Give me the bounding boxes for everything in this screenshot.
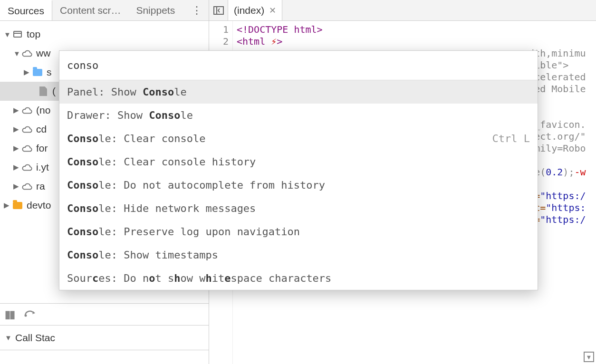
debugger-toolbar: ▮▮ <box>0 303 209 325</box>
chevron-right-icon: ▶ <box>4 201 10 210</box>
tree-label: devto <box>27 200 51 211</box>
command-palette-item[interactable]: Panel: Show Console <box>59 80 538 104</box>
chevron-right-icon: ▶ <box>13 163 20 172</box>
chevron-right-icon: ▶ <box>13 106 20 115</box>
sidebar-bottom <box>0 350 209 364</box>
chevron-down-icon: ▼ <box>13 49 20 57</box>
tab-content-scripts[interactable]: Content scr… <box>52 0 128 20</box>
pause-icon[interactable]: ▮▮ <box>5 308 14 321</box>
svg-point-0 <box>25 314 27 316</box>
keyboard-shortcut: Ctrl L <box>492 133 530 144</box>
file-tab-label: (index) <box>234 5 264 16</box>
command-palette-item[interactable]: Console: Clear console history <box>59 150 538 173</box>
step-over-icon[interactable] <box>24 308 36 321</box>
command-palette-item[interactable]: Console: Do not autocomplete from histor… <box>59 173 538 197</box>
call-stack-pane[interactable]: ▼ Call Stac <box>0 325 209 350</box>
chevron-right-icon: ▶ <box>13 182 20 191</box>
frame-icon <box>12 29 23 39</box>
file-icon <box>38 86 48 96</box>
tree-top-frame[interactable]: ▼ top <box>0 25 209 44</box>
line-number: 2 <box>209 36 229 48</box>
tree-label: (no <box>36 105 50 116</box>
tree-label: for <box>36 143 48 154</box>
command-palette: Panel: Show ConsoleDrawer: Show ConsoleC… <box>59 50 538 290</box>
cloud-icon <box>22 48 32 58</box>
folder-icon <box>32 67 43 77</box>
sidebar-tabbar: Sources Content scr… Snippets ⋮ <box>0 0 209 21</box>
file-tabbar: (index) ✕ <box>209 0 596 21</box>
tree-label: ra <box>36 181 45 192</box>
cloud-icon <box>22 124 32 134</box>
close-icon[interactable]: ✕ <box>269 5 276 16</box>
tree-label: ww <box>36 48 50 59</box>
command-palette-item[interactable]: Sources: Do not show whitespace characte… <box>59 267 538 290</box>
tree-label: s <box>47 67 52 78</box>
command-palette-item[interactable]: Console: Clear consoleCtrl L <box>59 127 538 150</box>
chevron-down-icon: ▼ <box>4 30 10 38</box>
cloud-icon <box>22 143 32 153</box>
chevron-right-icon: ▶ <box>13 125 20 134</box>
chevron-down-icon: ▼ <box>5 334 11 342</box>
command-palette-item[interactable]: Drawer: Show Console <box>59 104 538 127</box>
cloud-icon <box>22 162 32 172</box>
command-palette-item[interactable]: Console: Preserve log upon navigation <box>59 220 538 243</box>
tree-label: cd <box>36 124 47 135</box>
tree-label: ( <box>52 86 56 97</box>
tab-overflow-icon[interactable]: ⋮ <box>185 4 209 17</box>
folder-icon <box>12 200 23 211</box>
cloud-icon <box>22 105 32 115</box>
tree-label: i.yt <box>36 162 49 173</box>
cloud-icon <box>22 181 32 192</box>
tree-label: top <box>27 29 40 40</box>
command-palette-list: Panel: Show ConsoleDrawer: Show ConsoleC… <box>59 80 538 290</box>
tab-sources[interactable]: Sources <box>0 0 52 20</box>
navigator-toggle-icon[interactable] <box>209 0 228 20</box>
scroll-indicator-icon[interactable]: ▼ <box>584 352 594 362</box>
tab-snippets[interactable]: Snippets <box>128 0 183 20</box>
command-palette-item[interactable]: Console: Hide network messages <box>59 197 538 220</box>
chevron-right-icon: ▶ <box>13 144 20 153</box>
chevron-right-icon: ▶ <box>24 68 30 77</box>
command-palette-input[interactable] <box>59 51 538 80</box>
call-stack-label: Call Stac <box>15 332 55 344</box>
command-palette-item[interactable]: Console: Show timestamps <box>59 243 538 267</box>
line-number: 1 <box>209 24 229 36</box>
file-tab-index[interactable]: (index) ✕ <box>228 0 282 20</box>
